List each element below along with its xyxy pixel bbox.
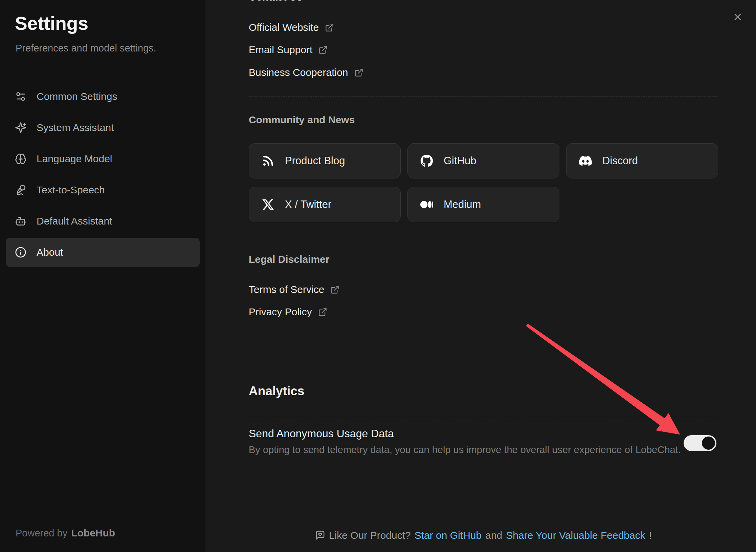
section-heading-analytics: Analytics bbox=[249, 383, 305, 399]
discord-button[interactable]: Discord bbox=[566, 143, 718, 178]
sidebar-item-label: Language Model bbox=[37, 153, 112, 165]
sidebar-item-label: Default Assistant bbox=[37, 215, 112, 227]
usage-data-label: Send Anonymous Usage Data bbox=[249, 426, 394, 441]
sidebar-item-label: System Assistant bbox=[37, 122, 114, 133]
external-link-icon bbox=[330, 285, 339, 294]
external-link-icon bbox=[325, 23, 334, 32]
sidebar-item-system-assistant[interactable]: System Assistant bbox=[6, 113, 200, 142]
usage-data-description: By opting to send telemetry data, you ca… bbox=[249, 444, 681, 456]
sidebar-item-common-settings[interactable]: Common Settings bbox=[6, 82, 200, 111]
section-heading-legal: Legal Disclaimer bbox=[249, 253, 329, 266]
external-link-icon bbox=[354, 68, 363, 77]
sidebar-nav: Common Settings System Assistant Languag… bbox=[6, 82, 200, 269]
section-divider bbox=[249, 97, 718, 97]
sidebar: Settings Preferences and model settings.… bbox=[0, 0, 205, 552]
external-link-icon bbox=[318, 307, 327, 317]
sidebar-item-about[interactable]: About bbox=[6, 238, 200, 267]
brain-icon bbox=[15, 153, 26, 165]
lobehub-brand-link[interactable]: LobeHub bbox=[71, 527, 115, 539]
link-business-cooperation[interactable]: Business Cooperation bbox=[249, 65, 363, 80]
rss-icon bbox=[261, 154, 275, 168]
community-buttons: Product Blog GitHub Discord bbox=[249, 143, 718, 222]
powered-by: Powered by LobeHub bbox=[16, 527, 115, 539]
message-heart-icon bbox=[315, 530, 325, 540]
external-link-icon bbox=[318, 45, 328, 55]
discord-icon bbox=[579, 154, 592, 168]
section-divider bbox=[249, 416, 718, 416]
sidebar-item-label: Common Settings bbox=[37, 91, 117, 102]
github-icon bbox=[420, 154, 433, 168]
feedback-cta: Like Our Product? Star on GitHub and Sha… bbox=[249, 528, 718, 543]
sparkles-icon bbox=[15, 122, 26, 133]
sliders-icon bbox=[15, 91, 26, 102]
x-twitter-button[interactable]: X / Twitter bbox=[249, 187, 401, 222]
page-subtitle: Preferences and model settings. bbox=[16, 43, 156, 54]
link-official-website[interactable]: Official Website bbox=[249, 20, 334, 35]
bot-icon bbox=[15, 215, 26, 227]
medium-icon bbox=[420, 198, 433, 211]
mic-icon bbox=[15, 184, 26, 196]
cta-prefix: Like Our Product? bbox=[329, 530, 411, 541]
info-icon bbox=[15, 247, 26, 258]
settings-modal: Settings Preferences and model settings.… bbox=[0, 0, 756, 552]
section-heading-contact-us: Contact Us bbox=[249, 0, 302, 4]
sidebar-item-text-to-speech[interactable]: Text-to-Speech bbox=[6, 175, 200, 205]
close-button[interactable] bbox=[730, 9, 745, 24]
toggle-knob bbox=[702, 437, 715, 450]
close-icon bbox=[732, 12, 743, 22]
medium-button[interactable]: Medium bbox=[407, 187, 559, 222]
github-button[interactable]: GitHub bbox=[407, 143, 559, 178]
cta-middle: and bbox=[485, 530, 502, 541]
usage-data-toggle[interactable] bbox=[684, 435, 716, 451]
x-icon bbox=[261, 198, 275, 211]
link-terms-of-service[interactable]: Terms of Service bbox=[249, 282, 339, 297]
section-divider bbox=[249, 235, 718, 235]
link-privacy-policy[interactable]: Privacy Policy bbox=[249, 304, 327, 319]
section-heading-community: Community and News bbox=[249, 113, 355, 126]
about-content: Contact Us Official Website Email Suppor… bbox=[249, 0, 718, 552]
star-on-github-link[interactable]: Star on GitHub bbox=[415, 530, 482, 541]
page-title: Settings bbox=[15, 12, 88, 35]
link-email-support[interactable]: Email Support bbox=[249, 42, 328, 57]
sidebar-item-default-assistant[interactable]: Default Assistant bbox=[6, 207, 200, 236]
share-feedback-link[interactable]: Share Your Valuable Feedback bbox=[506, 530, 645, 541]
about-panel: Contact Us Official Website Email Suppor… bbox=[206, 0, 756, 552]
cta-suffix: ! bbox=[649, 530, 652, 541]
product-blog-button[interactable]: Product Blog bbox=[249, 143, 401, 178]
sidebar-item-language-model[interactable]: Language Model bbox=[6, 144, 200, 173]
sidebar-item-label: About bbox=[37, 247, 63, 258]
powered-by-text: Powered by bbox=[16, 528, 67, 539]
sidebar-item-label: Text-to-Speech bbox=[37, 184, 105, 196]
